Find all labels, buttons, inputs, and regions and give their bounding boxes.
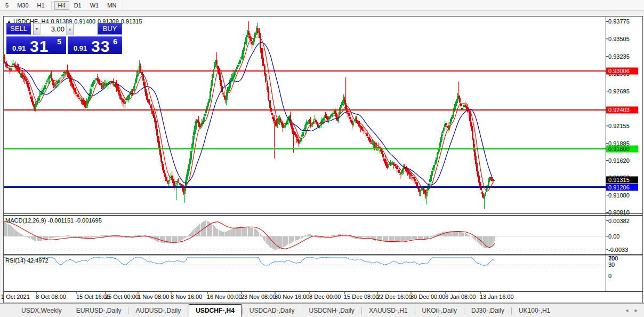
chart-tab-usdcnh-daily[interactable]: USDCNH-,Daily	[303, 305, 361, 317]
volume-input[interactable]	[41, 23, 66, 35]
macd-axis-tick: 0.00382	[608, 218, 630, 224]
time-axis-label: 30 Dec 00:00	[410, 294, 445, 300]
time-axis-label: 22 Dec 16:00	[377, 294, 412, 300]
volume-spinner: ▼ ▲	[33, 23, 74, 35]
toolbar-separator	[51, 1, 52, 10]
ohlc-close: 0.91315	[121, 18, 142, 25]
time-axis-label: 23 Nov 08:00	[241, 294, 276, 300]
tab-separator	[188, 307, 188, 314]
level-price-label: 0.92403	[606, 106, 638, 113]
chart-tab-dj30-daily[interactable]: DJ30-,Daily	[465, 305, 511, 317]
chart-tab-audusd-daily[interactable]: AUDUSD-,Daily	[129, 305, 187, 317]
price-axis-tick: 0.93235	[608, 53, 630, 60]
time-axis-label: 8 Nov 16:00	[171, 294, 202, 300]
scroll-right-icon[interactable]: ▸	[634, 307, 638, 314]
time-axis-label: 1 Nov 08:00	[138, 294, 169, 300]
macd-axis-tick: 0.00	[608, 233, 619, 240]
buy-price-base: 0.91	[74, 44, 87, 52]
chart-plot-canvas[interactable]	[4, 17, 642, 303]
rsi-axis-tick: 30	[608, 261, 615, 268]
tab-scroll-arrows: ◂▸	[625, 307, 638, 314]
tab-separator	[69, 307, 69, 314]
tab-separator	[464, 307, 464, 314]
chart-tab-ukoil-daily[interactable]: UKOil-,Daily	[416, 305, 463, 317]
time-axis-label: 15 Dec 08:00	[344, 294, 379, 300]
timeframe-button-w1[interactable]: W1	[86, 1, 103, 10]
time-axis-label: 8 Oct 08:00	[36, 294, 66, 300]
timeframe-button-h1[interactable]: H1	[34, 1, 49, 10]
macd-indicator-label: MACD(12,26,9) -0.001151 -0.001695	[5, 217, 102, 224]
time-axis-label: 30 Nov 16:00	[275, 294, 309, 300]
timeframe-toolbar: 5M30H1H4D1W1MN	[0, 0, 644, 11]
timeframe-button-h4[interactable]: H4	[54, 1, 69, 10]
chart-tab-uk100-h1[interactable]: UK100-,H1	[512, 305, 557, 317]
tab-separator	[242, 307, 243, 314]
chart-window[interactable]: ▲USDCHF-,H40.913890.914000.913090.91315 …	[3, 16, 643, 303]
sell-price-sup: 5	[57, 37, 61, 46]
chart-tabbar: USDX,WeeklyEURUSD-,DailyAUDUSD-,DailyUSD…	[0, 303, 644, 317]
sell-price-big: 31	[30, 37, 49, 54]
tab-separator	[361, 307, 362, 314]
level-price-label: 0.91206	[606, 184, 638, 191]
level-price-label: 0.91800	[606, 145, 638, 152]
timeframe-button-d1[interactable]: D1	[70, 1, 85, 10]
tab-separator	[511, 307, 512, 314]
chart-tab-usdx-weekly[interactable]: USDX,Weekly	[15, 305, 68, 317]
rsi-axis-tick: 70	[608, 255, 615, 261]
time-axis-label: 16 Nov 00:00	[207, 294, 241, 300]
macd-axis-tick: -0.0033	[608, 247, 628, 253]
chart-tab-usdcad-daily[interactable]: USDCAD-,Daily	[243, 305, 301, 317]
timeframe-button-mn[interactable]: MN	[103, 1, 120, 10]
tab-separator	[128, 307, 128, 314]
toolbar-separator	[123, 1, 123, 10]
price-axis-tick: 0.92695	[608, 88, 630, 94]
toolbar-gap	[0, 11, 644, 16]
time-axis-label: 25 Oct 00:00	[105, 294, 139, 300]
rsi-indicator-label: RSI(14) 42.4972	[5, 257, 49, 264]
current-price-label: 0.91315	[606, 177, 638, 184]
level-price-label: 0.93006	[606, 68, 638, 75]
tab-separator	[415, 307, 415, 314]
buy-price-big: 33	[91, 37, 110, 54]
price-axis-tick: 0.91080	[608, 192, 630, 199]
volume-increase-icon[interactable]: ▲	[66, 23, 73, 35]
price-axis-tick: 0.92155	[608, 123, 630, 129]
time-axis-label: 6 Jan 08:00	[445, 294, 476, 300]
chart-tab-xauusd-h1[interactable]: XAUUSD-,H1	[363, 305, 414, 317]
one-click-trading-panel: SELL ▼ ▲ BUY 0.91 31 5 0.91 33 6	[6, 23, 122, 56]
price-axis-tick: 0.91620	[608, 157, 630, 164]
time-axis-label: 8 Dec 00:00	[309, 294, 341, 300]
mt4-terminal: 5M30H1H4D1W1MN ▲USDCHF-,H40.913890.91400…	[0, 0, 644, 317]
volume-decrease-icon[interactable]: ▼	[34, 23, 41, 35]
chart-tab-usdchf-h4[interactable]: USDCHF-,H4	[189, 304, 241, 317]
scroll-left-icon[interactable]: ◂	[625, 307, 629, 314]
timeframe-button-5[interactable]: 5	[2, 1, 12, 10]
buy-price-display[interactable]: 0.91 33 6	[68, 36, 122, 54]
timeframe-button-m30[interactable]: M30	[13, 1, 32, 10]
buy-price-sup: 6	[113, 37, 117, 46]
sell-price-display[interactable]: 0.91 31 5	[6, 36, 66, 54]
sell-price-base: 0.91	[12, 44, 26, 52]
time-axis-label: 13 Jan 16:00	[480, 294, 514, 300]
rsi-axis-tick: 0	[608, 273, 611, 279]
buy-button[interactable]: BUY	[98, 23, 122, 35]
sell-button[interactable]: SELL	[6, 23, 31, 35]
time-axis-label: 1 Oct 2021	[1, 294, 30, 300]
price-axis-tick: 0.90810	[608, 209, 630, 216]
price-axis-tick: 0.93505	[608, 36, 630, 42]
tab-separator	[302, 307, 302, 314]
price-axis-tick: 0.93775	[608, 18, 630, 25]
chart-tab-eurusd-daily[interactable]: EURUSD-,Daily	[70, 305, 128, 317]
